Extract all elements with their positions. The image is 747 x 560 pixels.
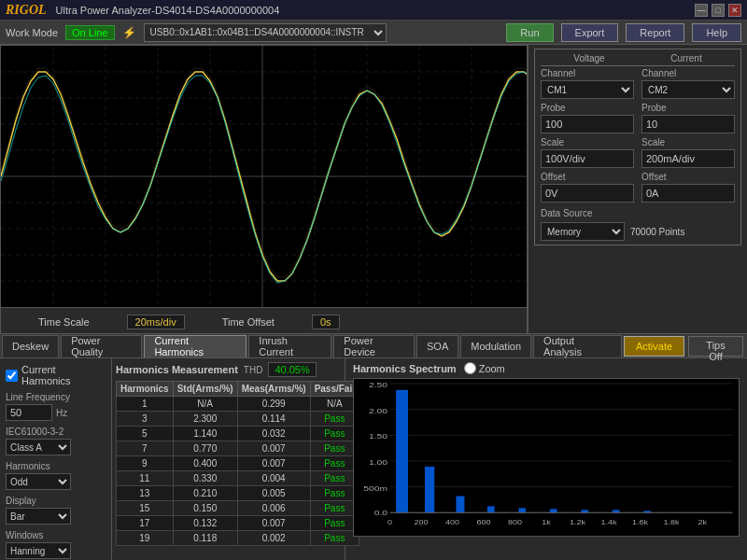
- time-offset-value: 0s: [312, 315, 340, 329]
- help-button[interactable]: Help: [692, 23, 741, 42]
- table-row: 70.7700.007Pass: [117, 441, 359, 456]
- harmonics-label: Harmonics: [6, 461, 106, 471]
- svg-text:800: 800: [508, 519, 523, 526]
- c-offset-label: Offset: [641, 172, 735, 182]
- usb-icon: ⚡: [122, 26, 136, 39]
- tab-current-harmonics[interactable]: Current Harmonics: [144, 335, 247, 357]
- harmonics-table: HarmonicsStd(Arms/%)Meas(Arms/%)Pass/Fai…: [116, 381, 359, 546]
- title-bar: RIGOL Ultra Power Analyzer-DS4014-DS4A00…: [0, 0, 747, 21]
- svg-text:0.0: 0.0: [374, 509, 388, 517]
- spectrum-chart: 2.50 2.00 1.50 1.00 500m 0.0: [353, 378, 740, 537]
- svg-text:2.50: 2.50: [369, 381, 388, 389]
- v-channel-select[interactable]: CM1: [541, 80, 634, 99]
- rigol-logo: RIGOL: [6, 3, 47, 18]
- data-source-section: Data Source Memory 70000 Points: [541, 208, 735, 241]
- table-row: 90.4000.007Pass: [117, 456, 359, 471]
- activate-button[interactable]: Activate: [624, 336, 684, 357]
- run-button[interactable]: Run: [506, 23, 553, 42]
- col-header-harmonics: Harmonics: [117, 382, 174, 397]
- display-select[interactable]: Bar: [6, 508, 71, 525]
- tab-modulation[interactable]: Modulation: [460, 335, 531, 357]
- harmonics-section: Harmonics Measurement THD 40.05% Harmoni…: [112, 358, 345, 560]
- line-freq-unit: Hz: [56, 408, 67, 418]
- svg-rect-19: [390, 384, 733, 512]
- harmonics-control: Harmonics Odd: [6, 461, 106, 490]
- thd-value: 40.05%: [268, 362, 316, 377]
- data-source-label: Data Source: [541, 208, 735, 218]
- windows-label: Windows: [6, 530, 106, 540]
- work-mode-label: Work Mode: [6, 27, 58, 38]
- zoom-option: Zoom: [464, 362, 505, 374]
- tips-button[interactable]: Tips Off: [688, 336, 743, 357]
- zoom-label: Zoom: [479, 363, 505, 374]
- channel-row: Channel CM1 Channel CM2: [541, 68, 735, 99]
- report-button[interactable]: Report: [626, 23, 684, 42]
- harmonics-table-header: HarmonicsStd(Arms/%)Meas(Arms/%)Pass/Fai…: [117, 382, 359, 397]
- svg-text:400: 400: [445, 519, 460, 526]
- bottom-panel: Current Harmonics Line Frequency 50 Hz I…: [0, 358, 747, 560]
- time-offset-label: Time Offset: [222, 316, 275, 328]
- tab-power-quality[interactable]: Power Quality: [61, 335, 142, 357]
- maximize-button[interactable]: □: [712, 4, 725, 17]
- c-scale-label: Scale: [641, 137, 735, 147]
- display-label: Display: [6, 496, 106, 506]
- line-freq-input[interactable]: 50: [6, 404, 52, 421]
- voltage-label: Voltage: [541, 53, 638, 66]
- iec-control: IEC61000-3-2 Class A: [6, 427, 106, 455]
- tab-output-analysis[interactable]: Output Analysis: [533, 335, 622, 357]
- iec-select[interactable]: Class A: [6, 439, 71, 455]
- v-channel-label: Channel: [541, 68, 634, 78]
- tab-soa[interactable]: SOA: [416, 335, 458, 357]
- svg-text:0: 0: [388, 519, 393, 526]
- close-button[interactable]: ✕: [728, 4, 741, 17]
- spectrum-section: Harmonics Spectrum Zoom 2.50 2.00: [345, 358, 747, 560]
- v-scale-value: 100V/div: [541, 149, 634, 168]
- svg-text:1.4k: 1.4k: [600, 519, 617, 526]
- svg-text:1.6k: 1.6k: [632, 519, 649, 526]
- tabs-bar: DeskewPower QualityCurrent HarmonicsInru…: [0, 334, 747, 358]
- time-scale-label: Time Scale: [38, 316, 90, 328]
- display-control: Display Bar: [6, 496, 106, 525]
- harmonics-select[interactable]: Odd: [6, 473, 71, 490]
- svg-rect-34: [456, 497, 464, 513]
- tab-deskew[interactable]: Deskew: [2, 335, 59, 357]
- main-area: Time Scale 20ms/div Time Offset 0s Volta…: [0, 45, 747, 334]
- vc-header: Voltage Current: [541, 53, 735, 66]
- c-probe-label: Probe: [641, 103, 735, 113]
- minimize-button[interactable]: —: [695, 4, 708, 17]
- svg-text:1.8k: 1.8k: [663, 519, 680, 526]
- export-button[interactable]: Export: [561, 23, 619, 42]
- svg-text:1.00: 1.00: [369, 458, 388, 467]
- tab-power-device[interactable]: Power Device: [333, 335, 415, 357]
- svg-rect-36: [518, 508, 526, 512]
- time-scale-value: 20ms/div: [127, 315, 185, 329]
- toolbar: Work Mode On Line ⚡ USB0::0x1AB1::0x04B1…: [0, 21, 747, 45]
- table-row: 150.1500.006Pass: [117, 501, 359, 516]
- svg-text:200: 200: [415, 519, 430, 526]
- svg-text:1.50: 1.50: [369, 432, 388, 441]
- svg-rect-35: [487, 506, 495, 512]
- thd-label: THD: [244, 365, 263, 375]
- harmonics-table-body: 1N/A0.299N/A32.3000.114Pass51.1400.032Pa…: [117, 397, 359, 546]
- work-mode-value: On Line: [65, 25, 115, 40]
- zoom-radio[interactable]: [464, 362, 476, 374]
- probe-row: Probe 100 Probe 10: [541, 103, 735, 133]
- v-scale-label: Scale: [541, 137, 634, 147]
- svg-rect-37: [550, 509, 557, 512]
- tabs-container: DeskewPower QualityCurrent HarmonicsInru…: [2, 335, 624, 357]
- iec-label: IEC61000-3-2: [6, 427, 106, 437]
- v-probe-label: Probe: [541, 103, 634, 113]
- data-source-select[interactable]: Memory: [541, 222, 625, 241]
- harmonics-header: Harmonics Measurement THD 40.05%: [116, 362, 341, 377]
- svg-text:1k: 1k: [542, 519, 552, 526]
- table-row: 110.3300.004Pass: [117, 471, 359, 486]
- c-channel-label: Channel: [641, 68, 735, 78]
- v-probe-value: 100: [541, 115, 634, 133]
- table-row: 51.1400.032Pass: [117, 427, 359, 441]
- c-channel-select[interactable]: CM2: [641, 80, 735, 99]
- table-row: 32.3000.114Pass: [117, 412, 359, 427]
- harmonics-checkbox[interactable]: [6, 370, 18, 382]
- tab-inrush-current[interactable]: Inrush Current: [248, 335, 331, 357]
- usb-selector[interactable]: USB0::0x1AB1::0x04B1::DS4A0000000004::IN…: [144, 23, 387, 42]
- windows-select[interactable]: Hanning: [6, 542, 71, 559]
